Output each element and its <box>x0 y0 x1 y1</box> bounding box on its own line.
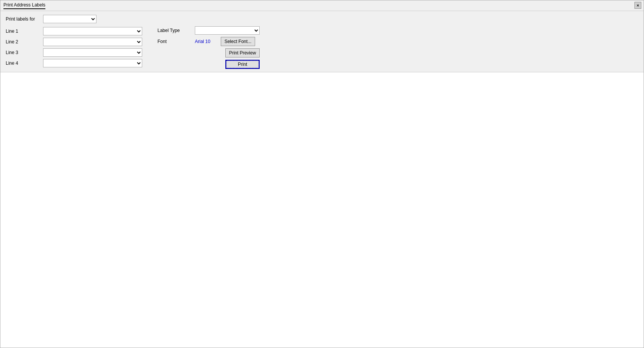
font-value: Arial 10 <box>195 39 218 44</box>
line1-row: Line 1 <box>6 27 142 35</box>
line2-row: Line 2 <box>6 38 142 46</box>
label-type-dropdown[interactable] <box>195 26 260 35</box>
print-preview-button[interactable]: Print Preview <box>225 48 260 57</box>
line1-dropdown[interactable] <box>43 27 142 35</box>
label-type-label: Label Type <box>157 28 192 33</box>
line3-dropdown[interactable] <box>43 48 142 57</box>
select-font-button[interactable]: Select Font... <box>221 37 255 46</box>
line4-dropdown[interactable] <box>43 59 142 67</box>
window-title: Print Address Labels <box>3 2 45 9</box>
print-preview-row: Print Preview <box>157 48 260 57</box>
print-labels-for-label: Print labels for <box>6 16 40 22</box>
close-icon: × <box>637 3 639 8</box>
right-panel: Label Type Font Arial 10 Select Font... … <box>157 26 260 69</box>
line2-label: Line 2 <box>6 39 40 45</box>
line4-label: Line 4 <box>6 61 40 66</box>
print-labels-for-row: Print labels for <box>6 15 142 23</box>
font-row: Font Arial 10 Select Font... <box>157 37 260 46</box>
line2-dropdown[interactable] <box>43 38 142 46</box>
line1-label: Line 1 <box>6 29 40 34</box>
print-labels-for-dropdown[interactable] <box>43 15 96 23</box>
main-window: Print Address Labels × Print labels for … <box>0 0 644 348</box>
print-button[interactable]: Print <box>225 60 260 69</box>
line4-row: Line 4 <box>6 59 142 67</box>
font-label: Font <box>157 39 192 44</box>
preview-area <box>0 72 644 348</box>
left-fields: Print labels for Line 1 Line 2 <box>6 15 142 67</box>
close-button[interactable]: × <box>634 2 641 9</box>
print-row: Print <box>157 60 260 69</box>
form-section: Print labels for Line 1 Line 2 <box>0 11 644 70</box>
label-type-row: Label Type <box>157 26 260 35</box>
line3-row: Line 3 <box>6 48 142 57</box>
title-bar: Print Address Labels × <box>0 0 644 11</box>
line3-label: Line 3 <box>6 50 40 55</box>
